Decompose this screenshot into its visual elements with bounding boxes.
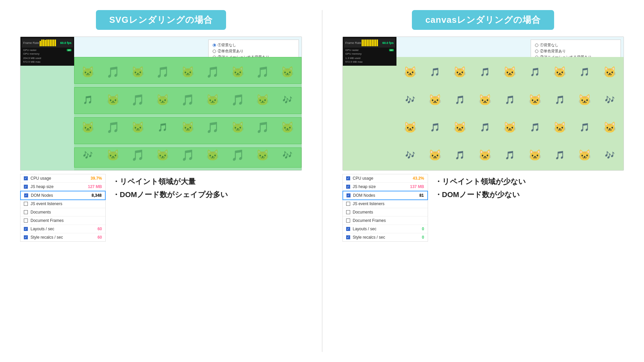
canvas-cat-cell: 🐱: [423, 142, 447, 169]
panel-divider: [322, 10, 322, 352]
canvas-desc-line-1: ・DOMノード数が少ない: [435, 189, 526, 200]
svg-metric-value-2: 8,348: [88, 193, 102, 198]
svg-metric-3: JS event listeners: [20, 200, 105, 208]
canvas-cat-cell: 🎵: [523, 59, 547, 86]
svg-metric-label-3: JS event listeners: [31, 201, 86, 206]
svg-checkbox-5[interactable]: [24, 219, 28, 223]
canvas-metric-label-3: JS event listeners: [353, 201, 408, 206]
canvas-checkbox-7[interactable]: [346, 235, 350, 239]
canvas-checkbox-2[interactable]: [346, 193, 351, 197]
svg-bottom-layout: CPU usage 39.7% JS heap size 127 MB DOM …: [20, 174, 302, 242]
canvas-metric-label-2: DOM Nodes: [353, 193, 408, 198]
canvas-cat-cell: 🐱: [498, 114, 522, 141]
canvas-cat-cell: 🐱: [423, 86, 447, 114]
canvas-cat-cell: 🐱: [398, 59, 422, 86]
canvas-radio-circle-1: [535, 50, 538, 53]
svg-checkbox-6[interactable]: [24, 227, 28, 231]
canvas-bottom-layout: CPU usage 43.2% JS heap size 137 MB DOM …: [342, 174, 624, 242]
svg-cat-area: 🐱 🎵 🐱 🎵 🐱 🎵 🐱 🎵 🐱 🎵 🐱 🎵 🐱 🎵: [20, 57, 302, 170]
canvas-cat-cell: 🐱: [473, 86, 497, 114]
canvas-metric-label-0: CPU usage: [353, 176, 408, 181]
canvas-cat-cell: 🎶: [398, 86, 422, 114]
canvas-cat-cell: 🐱: [573, 86, 597, 114]
canvas-metric-value-7: 0: [411, 235, 424, 240]
svg-metric-value-0: 39.7%: [89, 176, 102, 181]
canvas-gpu-raster-label: GPU raster: [345, 49, 359, 52]
svg-metric-2: DOM Nodes 8,348: [20, 191, 106, 200]
svg-checkbox-4[interactable]: [24, 210, 28, 214]
canvas-cat-cell: 🐱: [448, 59, 472, 86]
canvas-fps-value: 60.0 fps: [382, 41, 394, 45]
svg-metric-label-7: Style recalcs / sec: [31, 235, 86, 240]
svg-checkbox-3[interactable]: [24, 202, 28, 206]
canvas-metric-label-1: JS heap size: [353, 184, 408, 189]
svg-gpu-memory-label: GPU memory: [23, 52, 39, 55]
canvas-metrics-panel: CPU usage 43.2% JS heap size 137 MB DOM …: [342, 174, 428, 242]
canvas-checkbox-3[interactable]: [346, 202, 350, 206]
canvas-cat-cell: 🎶: [398, 142, 422, 169]
svg-radio-circle-1: [213, 50, 216, 53]
svg-frame-rate-overlay: Frame Rate 6: [20, 37, 74, 66]
svg-frame-rate-label: Frame Rate: [23, 41, 39, 45]
canvas-checkbox-5[interactable]: [346, 219, 350, 223]
svg-metric-value-6: 60: [89, 227, 102, 231]
canvas-cat-cell: 🐱: [598, 114, 622, 141]
canvas-metric-2: DOM Nodes 81: [342, 191, 428, 200]
svg-metric-1: JS heap size 127 MB: [20, 183, 105, 191]
canvas-cat-cell: 🎵: [573, 59, 597, 86]
svg-metric-label-1: JS heap size: [31, 184, 85, 189]
svg-full-overlay: [74, 57, 302, 170]
svg-metric-value-7: 60: [89, 235, 102, 240]
canvas-checkbox-1[interactable]: [346, 185, 350, 189]
canvas-checkbox-6[interactable]: [346, 227, 350, 231]
canvas-cat-cell: 🐱: [598, 59, 622, 86]
svg-gpu-raster-label: GPU raster: [23, 49, 37, 52]
svg-metric-6: Layouts / sec 60: [20, 225, 105, 233]
svg-metric-7: Style recalcs / sec 60: [20, 233, 105, 241]
canvas-cat-cell: 🎵: [548, 86, 572, 114]
canvas-metric-label-7: Style recalcs / sec: [353, 235, 408, 240]
canvas-cat-cell: 🎵: [573, 114, 597, 141]
canvas-metric-value-6: 0: [411, 227, 424, 231]
canvas-radio-0: ①背景なし: [535, 43, 616, 48]
canvas-cat-cell: 🎵: [548, 142, 572, 169]
canvas-frame-rate-overlay: Frame Rate 6: [343, 37, 396, 66]
svg-metric-0: CPU usage 39.7%: [20, 174, 105, 183]
svg-radio-circle-0: [213, 44, 216, 47]
canvas-metric-6: Layouts / sec 0: [343, 225, 428, 233]
canvas-gpu-raster-value: on: [389, 49, 394, 51]
svg-panel-title: SVGレンダリングの場合: [96, 10, 226, 30]
canvas-cat-cell: 🎵: [423, 114, 447, 141]
canvas-cat-cell: 🐱: [573, 142, 597, 169]
svg-fps-graph: [40, 40, 60, 46]
canvas-cat-cell: 🐱: [548, 59, 572, 86]
svg-metric-label-6: Layouts / sec: [31, 227, 86, 231]
canvas-description: ・リペイント領域が少ない ・DOMノード数が少ない: [435, 174, 526, 202]
svg-metric-label-2: DOM Nodes: [31, 193, 86, 198]
canvas-cat-cell: 🐱: [448, 114, 472, 141]
svg-radio-1: ②単色背景あり: [213, 49, 294, 54]
canvas-metric-label-5: Document Frames: [353, 218, 408, 223]
canvas-screenshot-area: Frame Rate 6: [342, 37, 624, 171]
svg-checkbox-0[interactable]: [24, 176, 28, 180]
canvas-metric-3: JS event listeners: [343, 200, 428, 208]
svg-metric-label-4: Documents: [31, 210, 86, 215]
canvas-cat-cell: 🐱: [398, 114, 422, 141]
canvas-cat-cell: 🐱: [498, 59, 522, 86]
svg-desc-line-0: ・リペイント領域が大量: [112, 176, 228, 187]
canvas-checkbox-4[interactable]: [346, 210, 350, 214]
canvas-metric-label-6: Layouts / sec: [353, 227, 408, 231]
svg-checkbox-2[interactable]: [24, 193, 28, 197]
svg-checkbox-1[interactable]: [24, 185, 28, 189]
canvas-metric-label-4: Documents: [353, 210, 408, 215]
svg-checkbox-7[interactable]: [24, 235, 28, 239]
svg-radio-0: ①背景なし: [213, 43, 294, 48]
svg-metric-label-0: CPU usage: [31, 176, 86, 181]
main-layout: SVGレンダリングの場合 Frame Rate: [0, 0, 644, 362]
canvas-checkbox-0[interactable]: [346, 176, 350, 180]
canvas-panel-title: canvasレンダリングの場合: [412, 10, 554, 30]
canvas-cat-cell: 🐱: [548, 114, 572, 141]
svg-fps-value: 60.0 fps: [60, 41, 71, 45]
canvas-cat-cell: 🎵: [423, 59, 447, 86]
canvas-cat-cell: 🎵: [448, 142, 472, 169]
